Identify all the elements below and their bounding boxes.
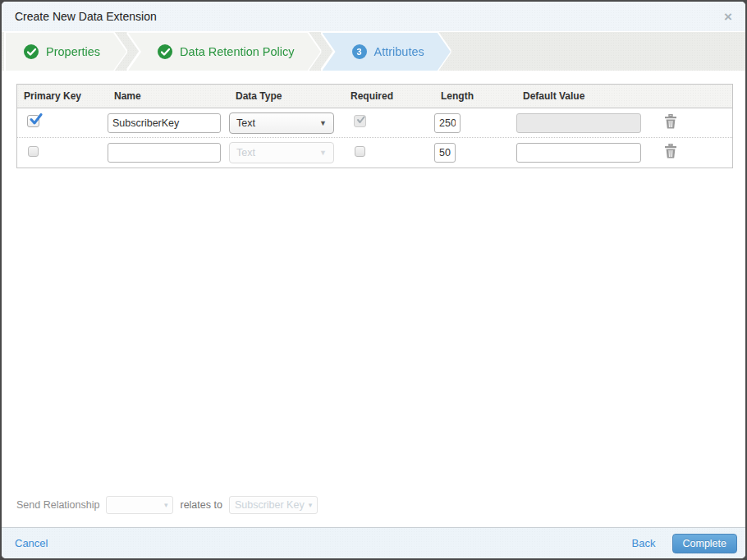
required-checkbox[interactable] (355, 146, 365, 157)
wizard-step-properties[interactable]: Properties (6, 33, 126, 71)
data-type-select[interactable]: Text ▼ (229, 112, 334, 134)
table-header-row: Primary Key Name Data Type Required Leng… (17, 85, 732, 108)
col-header-primary-key: Primary Key (17, 90, 108, 102)
data-type-value: Text (236, 117, 255, 129)
primary-key-checkbox[interactable] (27, 115, 39, 127)
col-header-required: Required (344, 90, 434, 102)
complete-button[interactable]: Complete (672, 534, 738, 553)
table-row: Text ▼ (17, 108, 732, 138)
close-icon[interactable]: × (724, 10, 732, 24)
delete-row-button[interactable] (664, 114, 677, 129)
relates-to-label: relates to (180, 499, 222, 511)
col-header-data-type: Data Type (229, 90, 344, 102)
wizard-step-data-retention-policy[interactable]: Data Retention Policy (128, 33, 320, 71)
trash-icon (664, 144, 677, 158)
length-field[interactable] (434, 113, 461, 133)
modal-title: Create New Data Extension (15, 10, 157, 23)
modal-titlebar: Create New Data Extension × (2, 2, 745, 31)
name-field[interactable] (108, 143, 221, 163)
data-type-select: Text ▼ (229, 142, 334, 163)
table-row: Text ▼ (17, 138, 732, 168)
wizard-step-attributes[interactable]: 3 Attributes (323, 33, 451, 71)
delete-row-button[interactable] (664, 144, 677, 158)
data-type-value: Text (236, 147, 255, 158)
back-link[interactable]: Back (632, 537, 656, 549)
caret-down-icon: ▾ (164, 501, 168, 509)
default-value-field[interactable] (516, 143, 641, 163)
caret-down-icon: ▼ (319, 149, 327, 157)
create-data-extension-modal: Create New Data Extension × Properties D… (2, 2, 745, 558)
length-field[interactable] (434, 143, 456, 163)
col-header-default-value: Default Value (516, 90, 658, 102)
send-relationship-label: Send Relationship (16, 499, 99, 511)
col-header-name: Name (108, 90, 229, 102)
check-icon (24, 44, 39, 59)
name-field[interactable] (108, 113, 221, 133)
trash-icon (664, 114, 677, 129)
send-relationship-row: Send Relationship ▾ relates to Subscribe… (16, 493, 731, 521)
check-icon (158, 44, 172, 59)
step-number-badge: 3 (352, 44, 367, 59)
modal-body: Primary Key Name Data Type Required Leng… (2, 71, 745, 527)
col-header-length: Length (434, 90, 516, 102)
send-relationship-select: ▾ (106, 496, 173, 514)
subscriber-key-value: Subscriber Key (235, 499, 305, 511)
wizard-step-label: Data Retention Policy (180, 45, 294, 58)
required-checkbox (354, 115, 366, 127)
modal-footer: Cancel Back Complete (2, 527, 745, 558)
wizard-step-label: Attributes (374, 45, 424, 58)
subscriber-key-select: Subscriber Key ▾ (229, 496, 318, 514)
attributes-table: Primary Key Name Data Type Required Leng… (16, 84, 733, 168)
wizard-step-bar: Properties Data Retention Policy 3 Attri… (2, 31, 745, 71)
default-value-field (516, 113, 641, 133)
caret-down-icon: ▾ (309, 501, 313, 509)
cancel-link[interactable]: Cancel (15, 537, 48, 549)
primary-key-checkbox[interactable] (28, 146, 39, 157)
caret-down-icon: ▼ (319, 119, 327, 127)
wizard-step-label: Properties (46, 45, 100, 58)
